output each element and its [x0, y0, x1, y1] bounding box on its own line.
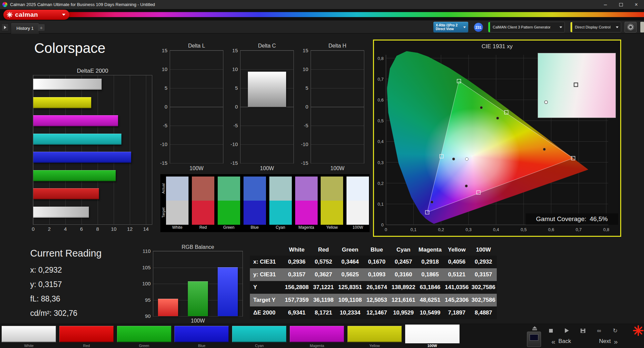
measurement-table: WhiteRedGreenBlueCyanMagentaYellow100Wx:… [250, 244, 497, 319]
delta-c-chart: 151050-5-10-15 [240, 50, 294, 163]
table-cell: 0,1093 [364, 268, 390, 281]
chart-title-delta-h: Delta H [311, 43, 364, 49]
display-control-dropdown[interactable]: Direct Display Control [570, 22, 621, 32]
gridline [311, 163, 364, 163]
stop-button[interactable] [546, 326, 556, 335]
calman-logo-button[interactable]: calman [3, 10, 69, 20]
meter-count-badge[interactable]: 231 [474, 23, 483, 32]
axis-tick-label: 110 [139, 248, 151, 254]
gamut-coverage-readout: Gamut Coverage: 46,5% [526, 213, 618, 225]
actual-swatch-cyan [269, 177, 292, 201]
gridline [170, 88, 223, 88]
save-button[interactable] [578, 326, 588, 335]
chevron-right-icon: » [614, 338, 618, 345]
bottom-bar: ∞ ↻ « Back Next » WhiteRedGreenBlueCyanM… [0, 324, 644, 348]
pattern-window-button[interactable] [527, 332, 541, 347]
measured-point-marker [543, 148, 546, 151]
app-window: Calman 2025 Calman Ultimate for Business… [0, 0, 644, 348]
chevron-down-icon [559, 26, 562, 28]
delta-h-chart: 151050-5-10-15 [311, 50, 364, 163]
close-button[interactable]: × [629, 0, 644, 9]
settings-button[interactable] [625, 22, 637, 32]
axis-tick-label: 5 [297, 85, 308, 91]
arrow-right-icon [4, 26, 6, 29]
inset-measured-white-marker [544, 100, 548, 104]
patch-button-red[interactable] [59, 326, 114, 342]
gridline [240, 107, 293, 107]
table-cell: 125,8351 [337, 281, 364, 294]
patch-button-100w[interactable] [405, 325, 460, 343]
axis-tick-label: -5 [156, 123, 167, 128]
axis-tick-label: 0,4 [378, 139, 384, 144]
edge-button[interactable] [640, 22, 644, 32]
axis-tick-label: 0,8 [603, 227, 609, 232]
patch-button-cyan[interactable] [232, 326, 286, 342]
swatch-label: White [166, 225, 189, 230]
patch-button-magenta[interactable] [290, 326, 344, 342]
refresh-button[interactable]: ↻ [610, 326, 620, 335]
patch-button-green[interactable] [117, 326, 171, 342]
play-button[interactable] [562, 326, 572, 335]
monitor-icon [530, 334, 538, 341]
chevron-down-icon [62, 14, 65, 16]
link-button[interactable]: ∞ [594, 326, 604, 335]
restore-icon [619, 3, 623, 6]
row-label: y: CIE31 [250, 268, 283, 281]
axis-tick-label: -15 [156, 160, 167, 166]
deltae-chart: 02468101214 [33, 75, 152, 225]
reading-y: y: 0,3157 [30, 277, 102, 292]
axis-tick-label: -10 [156, 141, 167, 147]
patch-label: Green [117, 344, 171, 348]
table-cell: 8,1721 [310, 306, 337, 319]
actual-swatch-magenta [295, 177, 318, 201]
table-cell: 0,3627 [310, 268, 337, 281]
gridline [146, 75, 146, 224]
add-tab-button[interactable]: + [38, 24, 45, 31]
next-button[interactable]: Next » [599, 336, 618, 346]
pattern-generator-dropdown[interactable]: CalMAN Client 3 Pattern Generator [488, 22, 565, 32]
gamut-coverage-label: Gamut Coverage: [536, 215, 586, 223]
axis-tick-label: 0 [32, 226, 35, 232]
patch-label: Cyan [232, 344, 286, 348]
tab-scroll-button[interactable] [1, 23, 9, 31]
table-cell: 0,3160 [390, 268, 417, 281]
chevron-down-icon [463, 26, 466, 28]
gridline [240, 69, 293, 70]
table-cell: 0,2457 [390, 256, 417, 268]
play-icon [565, 328, 569, 333]
axis-label: 100W [240, 165, 294, 171]
axis-tick-label: 8 [96, 226, 99, 232]
axis-tick-label: -10 [297, 141, 308, 147]
swatch-label: Magenta [295, 225, 318, 230]
target-swatch-100w [346, 201, 369, 225]
eject-icon[interactable] [532, 326, 537, 330]
axis-tick-label: 0,4 [493, 227, 499, 232]
white-point-inset [538, 53, 616, 118]
gridline [240, 144, 293, 145]
axis-tick-label: 0,5 [378, 118, 384, 123]
back-button[interactable]: « Back [551, 336, 571, 346]
actual-swatch-blue [244, 177, 266, 201]
row-label: ΔE 2000 [250, 306, 283, 319]
restore-button[interactable] [613, 0, 629, 9]
table-cell: 0,3157 [283, 268, 310, 281]
tab-history-1[interactable]: History 1 [11, 22, 39, 34]
bar-100w [248, 72, 286, 107]
table-cell: 6,9341 [283, 306, 310, 319]
link-icon: ∞ [597, 328, 601, 334]
patch-button-yellow[interactable] [347, 326, 402, 342]
patch-button-white[interactable] [2, 326, 56, 342]
table-cell: 26,1674 [364, 281, 390, 294]
column-header: Magenta [417, 244, 444, 256]
meter-dropdown[interactable]: X-Rite i1Pro 2 Direct View [433, 22, 468, 32]
table-cell: 10,9529 [390, 306, 417, 319]
axis-tick-label: -5 [226, 123, 238, 128]
table-cell: 121,6161 [390, 294, 417, 306]
minimize-button[interactable]: – [598, 0, 613, 9]
target-swatch-white [166, 201, 189, 225]
table-cell: 109,1108 [337, 294, 364, 306]
table-row: y: CIE310,31570,36270,56250,10930,31600,… [250, 268, 497, 281]
measured-point-marker [480, 106, 483, 109]
patch-button-blue[interactable] [174, 326, 229, 342]
chart-title-delta-l: Delta L [170, 43, 223, 49]
